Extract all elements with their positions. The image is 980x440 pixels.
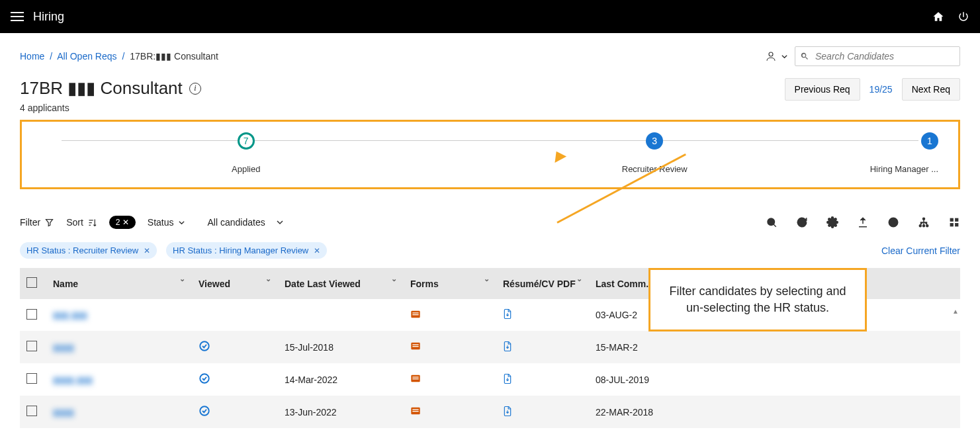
status-dropdown[interactable]: Status: [148, 217, 185, 228]
stage-hiring-manager[interactable]: 1 Hiring Manager ...: [859, 132, 938, 174]
candidate-name[interactable]: ▮▮▮▮: [53, 342, 74, 353]
page-title: 17BR ▮▮▮ Consultant i: [20, 78, 201, 99]
breadcrumb: Home / All Open Reqs / 17BR:▮▮▮ Consulta…: [20, 51, 218, 62]
row-checkbox[interactable]: [26, 373, 37, 384]
filter-button[interactable]: Filter: [20, 217, 54, 228]
breadcrumb-current: 17BR:▮▮▮ Consultant: [130, 51, 218, 62]
power-icon[interactable]: [958, 11, 969, 22]
svg-rect-26: [412, 411, 418, 412]
col-forms[interactable]: Forms⌄: [404, 268, 496, 299]
svg-point-0: [769, 52, 773, 56]
search-box: [795, 46, 960, 66]
search-icon[interactable]: [766, 216, 778, 228]
close-icon[interactable]: ✕: [314, 246, 320, 255]
close-icon[interactable]: ✕: [144, 246, 150, 255]
header-bar: Home / All Open Reqs / 17BR:▮▮▮ Consulta…: [20, 46, 960, 66]
table-row[interactable]: ▮▮▮▮15-Jul-201815-MAR-2: [20, 331, 960, 363]
svg-point-4: [923, 218, 925, 220]
gear-icon[interactable]: [826, 216, 838, 228]
stage-recruiter-review[interactable]: 3 Recruiter Review: [451, 132, 860, 174]
resume-pdf-icon[interactable]: [503, 343, 512, 354]
date-last-viewed: 13-Jun-2022: [278, 396, 404, 428]
form-icon[interactable]: [410, 374, 421, 385]
last-comm-date: 15-MAR-2: [589, 331, 960, 363]
funnel-icon: [44, 218, 54, 228]
svg-point-1: [768, 218, 775, 226]
svg-rect-22: [412, 378, 418, 379]
svg-point-7: [926, 225, 928, 227]
filter-chip[interactable]: HR Status : Hiring Manager Review✕: [166, 242, 327, 259]
person-icon: [765, 50, 777, 62]
table-row[interactable]: ▮▮▮▮ ▮▮▮14-Mar-202208-JUL-2019: [20, 363, 960, 396]
filter-count-badge[interactable]: 2 ✕: [109, 216, 136, 229]
refresh-icon[interactable]: [796, 216, 808, 228]
date-last-viewed: 14-Mar-2022: [278, 363, 404, 396]
all-candidates-dropdown[interactable]: All candidates: [208, 217, 284, 228]
svg-point-5: [919, 225, 921, 227]
svg-rect-14: [412, 314, 418, 315]
resume-pdf-icon[interactable]: [503, 311, 512, 322]
search-input[interactable]: [795, 46, 960, 66]
filter-chip[interactable]: HR Status : Recruiter Review✕: [20, 242, 157, 259]
candidate-name[interactable]: ▮▮▮▮: [53, 407, 74, 418]
svg-rect-10: [950, 224, 954, 227]
svg-point-6: [923, 225, 925, 227]
row-checkbox[interactable]: [26, 406, 37, 416]
candidate-name[interactable]: ▮▮▮▮ ▮▮▮: [53, 374, 93, 385]
col-viewed[interactable]: Viewed⌄: [192, 268, 278, 299]
resume-pdf-icon[interactable]: [503, 376, 512, 386]
svg-rect-25: [412, 409, 418, 410]
svg-rect-17: [412, 344, 418, 345]
info-icon[interactable]: i: [189, 83, 201, 95]
home-icon[interactable]: [932, 11, 944, 22]
scroll-up-arrow[interactable]: ▲: [952, 308, 959, 315]
breadcrumb-home[interactable]: Home: [20, 51, 44, 62]
form-icon[interactable]: [410, 407, 421, 418]
viewed-check-icon: [199, 376, 210, 386]
clock-icon[interactable]: [887, 216, 899, 228]
svg-rect-18: [412, 346, 418, 347]
app-title: Hiring: [33, 10, 64, 24]
breadcrumb-openreqs[interactable]: All Open Reqs: [57, 51, 116, 62]
form-icon[interactable]: [410, 342, 421, 353]
table-row[interactable]: ▮▮▮▮13-Jun-202222-MAR-2018: [20, 396, 960, 428]
stage-applied[interactable]: 7 Applied: [42, 132, 451, 174]
svg-rect-13: [412, 312, 418, 313]
sort-button[interactable]: Sort: [66, 217, 97, 228]
applicant-count: 4 applicants: [20, 103, 201, 113]
svg-rect-8: [950, 218, 954, 222]
user-dropdown[interactable]: [765, 50, 788, 62]
grid-icon[interactable]: [948, 216, 960, 228]
sort-icon: [87, 218, 97, 228]
req-counter: 19/25: [869, 84, 893, 95]
next-req-button[interactable]: Next Req: [902, 78, 960, 101]
upload-icon[interactable]: [857, 216, 869, 228]
row-checkbox[interactable]: [26, 309, 37, 320]
chevron-down-icon: [178, 219, 185, 226]
row-checkbox[interactable]: [26, 341, 37, 351]
chevron-down-icon: [276, 218, 284, 226]
resume-pdf-icon[interactable]: [503, 408, 512, 419]
hierarchy-icon[interactable]: [918, 216, 930, 228]
last-comm-date: 08-JUL-2019: [589, 363, 960, 396]
topbar: Hiring: [0, 0, 980, 33]
viewed-check-icon: [199, 408, 210, 419]
date-last-viewed: [278, 299, 404, 331]
menu-icon[interactable]: [11, 12, 24, 21]
col-resume[interactable]: Résumé/CV PDF⌄: [496, 268, 589, 299]
col-name[interactable]: Name⌄: [46, 268, 192, 299]
viewed-check-icon: [199, 343, 210, 354]
filter-chips-row: HR Status : Recruiter Review✕ HR Status …: [20, 242, 960, 259]
annotation-callout: Filter candidates by selecting and un-se…: [648, 268, 867, 331]
svg-rect-21: [412, 376, 418, 377]
previous-req-button[interactable]: Previous Req: [785, 78, 860, 101]
col-date-last-viewed[interactable]: Date Last Viewed⌄: [278, 268, 404, 299]
form-icon[interactable]: [410, 310, 421, 321]
clear-filter-link[interactable]: Clear Current Filter: [881, 245, 960, 256]
candidate-name[interactable]: ▮▮▮ ▮▮▮: [53, 310, 87, 320]
svg-rect-11: [956, 224, 959, 227]
date-last-viewed: 15-Jul-2018: [278, 331, 404, 363]
svg-rect-9: [956, 218, 959, 222]
search-icon: [800, 52, 809, 61]
select-all-checkbox[interactable]: [26, 277, 37, 288]
